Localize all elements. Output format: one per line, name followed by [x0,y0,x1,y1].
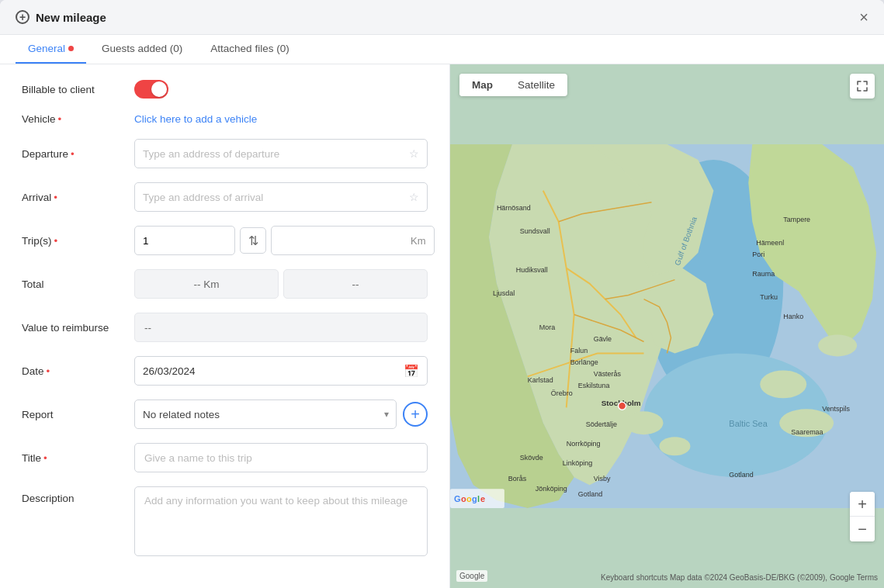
departure-input[interactable] [143,148,404,160]
svg-text:Baltic Sea: Baltic Sea [729,419,768,428]
svg-text:Gävle: Gävle [594,335,612,343]
departure-star-icon[interactable]: ☆ [409,147,419,160]
total-row: Total -- Km -- [22,269,428,299]
trips-field: ⇅ Km [134,226,435,255]
map-view-controls: Map Satellite [459,74,567,96]
total-label: Total [22,278,134,290]
dialog-body: Billable to client Vehicle • Click here … [0,64,884,588]
tab-general-dot [68,46,74,51]
description-label: Description [22,486,134,504]
km-input[interactable] [279,235,411,247]
svg-text:Ventspils: Ventspils [822,405,850,413]
tab-general[interactable]: General [16,35,86,64]
map-attribution-right: Keyboard shortcuts Map data ©2024 GeoBas… [601,573,878,582]
date-input[interactable] [143,365,404,377]
description-row: Description [22,486,428,559]
departure-row: Departure • ☆ [22,139,428,168]
description-field [134,486,428,559]
plus-icon: + [16,10,29,24]
svg-text:Mora: Mora [539,323,555,331]
tabs-bar: General Guests added (0) Attached files … [0,35,884,64]
vehicle-field: Click here to add a vehicle [134,112,428,125]
km-label: Km [411,235,426,247]
dialog-header: + New mileage × [0,0,884,35]
trips-input[interactable] [134,226,235,255]
departure-label: Departure • [22,148,134,160]
svg-text:l: l [477,494,480,503]
svg-text:Saaremaa: Saaremaa [791,428,823,436]
svg-text:g: g [472,494,477,503]
arrival-star-icon[interactable]: ☆ [409,191,419,203]
reimburse-label: Value to reimburse [22,322,134,334]
svg-text:Tampere: Tampere [783,216,810,223]
tab-general-label: General [28,43,65,54]
svg-text:Sundsvall: Sundsvall [520,227,550,235]
tab-files[interactable]: Attached files (0) [198,35,301,64]
departure-input-wrap: ☆ [134,139,428,168]
arrival-label: Arrival • [22,192,134,203]
dialog-title-row: + New mileage [16,10,106,24]
svg-point-3 [625,411,664,434]
total-km-cell: -- Km [134,269,279,299]
svg-text:G: G [454,494,461,503]
toggle-thumb [151,81,167,97]
svg-text:o: o [461,494,466,503]
report-select[interactable]: No related notes [134,399,397,429]
dialog-title: New mileage [36,11,106,24]
date-field: 📅 [134,356,428,386]
arrival-input[interactable] [143,192,404,203]
close-button[interactable]: × [859,9,868,25]
reimburse-field: -- [134,313,428,342]
total-field: -- Km -- [134,269,428,299]
svg-text:Rauma: Rauma [752,270,775,278]
trips-req: • [54,235,58,247]
billable-toggle[interactable] [134,80,168,99]
vehicle-link[interactable]: Click here to add a vehicle [134,113,257,125]
zoom-in-button[interactable]: + [850,492,875,517]
add-report-button[interactable]: + [403,402,428,427]
svg-text:o: o [466,494,472,503]
svg-text:Hanko: Hanko [783,313,803,320]
svg-text:Södertälje: Södertälje [586,420,617,428]
svg-text:Eskilstuna: Eskilstuna [578,382,610,389]
svg-point-5 [760,370,806,398]
date-row: Date • 📅 [22,356,428,386]
vehicle-req: • [58,113,62,125]
svg-text:Turku: Turku [760,293,778,301]
arrival-field: ☆ [134,182,428,212]
map-attribution: Google [456,570,487,582]
trips-row: Trip(s) • ⇅ Km [22,226,428,255]
report-field: No related notes ▾ + [134,399,428,429]
map-container: Härnösand Sundsvall Hudiksvall Ljusdal M… [450,64,884,588]
svg-point-4 [660,437,691,455]
tab-guests[interactable]: Guests added (0) [89,35,195,64]
description-textarea[interactable] [134,486,428,556]
svg-point-6 [818,334,857,356]
new-mileage-dialog: + New mileage × General Guests added (0)… [0,0,884,588]
swap-button[interactable]: ⇅ [240,227,266,254]
svg-text:Härnösand: Härnösand [497,204,531,212]
title-row: Title • [22,443,428,472]
title-input[interactable] [134,443,428,472]
map-panel: Härnösand Sundsvall Hudiksvall Ljusdal M… [450,64,884,588]
svg-text:Karlstad: Karlstad [528,376,553,384]
svg-text:Västerås: Västerås [594,370,622,378]
tab-files-label: Attached files (0) [210,43,289,54]
report-select-wrap: No related notes ▾ [134,399,397,429]
title-field [134,443,428,472]
vehicle-label: Vehicle • [22,113,134,125]
zoom-out-button[interactable]: − [850,517,875,541]
map-expand-button[interactable] [850,74,875,99]
date-input-wrap: 📅 [134,356,428,386]
map-tab-satellite[interactable]: Satellite [505,74,567,96]
svg-text:Borås: Borås [508,475,527,483]
svg-text:Norrköping: Norrköping [567,440,601,448]
map-tab-map[interactable]: Map [459,74,505,96]
report-label: Report [22,409,134,420]
tab-guests-label: Guests added (0) [102,43,182,54]
svg-text:Ljusdal: Ljusdal [493,289,515,297]
trips-label: Trip(s) • [22,235,134,247]
form-panel: Billable to client Vehicle • Click here … [0,64,450,588]
calendar-icon[interactable]: 📅 [404,364,419,379]
svg-text:Jönköping: Jönköping [536,485,567,493]
